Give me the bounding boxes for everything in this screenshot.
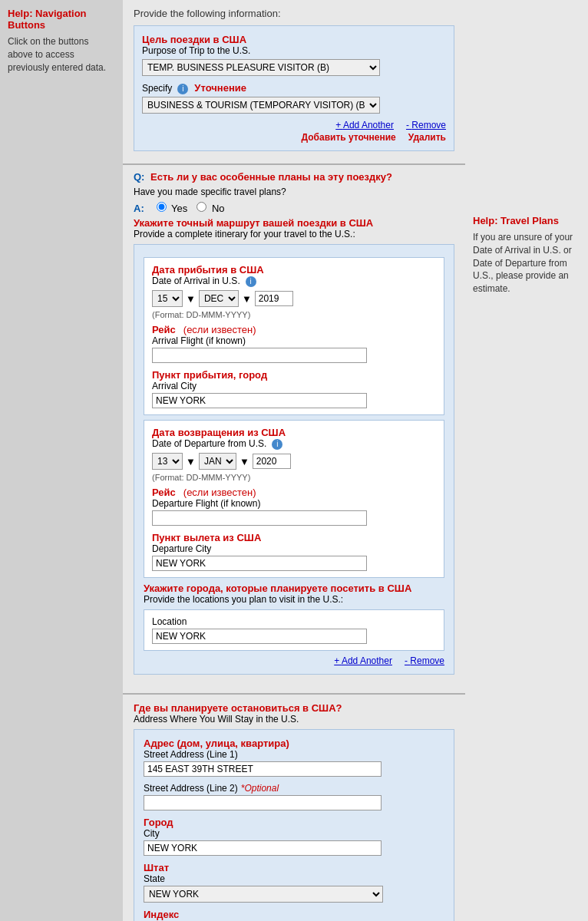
departure-label-ru: Дата возвращения из США <box>152 427 286 438</box>
departure-date-format: (Format: DD-MMM-YYYY) <box>152 473 436 482</box>
left-sidebar-title: Help: Navigation Buttons <box>8 8 115 31</box>
specify-select[interactable]: BUSINESS & TOURISM (TEMPORARY VISITOR) (… <box>142 97 380 114</box>
departure-city-label-en: Departure City <box>152 543 436 554</box>
locations-label-en: Provide the locations you plan to visit … <box>144 594 444 605</box>
arrival-day-select[interactable]: 15 <box>152 290 183 307</box>
specify-label-en: Specify <box>142 83 172 94</box>
a-label: A: <box>134 203 144 214</box>
street2-input[interactable] <box>144 795 382 810</box>
purpose-label-ru: Цель поездки в США <box>142 34 246 45</box>
departure-month-select[interactable]: JAN <box>199 453 236 470</box>
street1-label-ru: Адрес (дом, улица, квартира) <box>144 738 444 749</box>
street2-label-en: Street Address (Line 2) <box>144 783 238 794</box>
departure-flight-label-ru: Рейс <box>152 487 176 498</box>
specify-label-ru: Уточнение <box>194 82 246 94</box>
arrival-day-divider: ▼ <box>186 293 196 305</box>
arrival-city-label-ru: Пункт прибытия, город <box>152 369 436 381</box>
locations-remove-link[interactable]: Remove <box>405 655 444 666</box>
state-select[interactable]: NEW YORK <box>144 886 383 903</box>
arrival-flight-label-en: Arrival Flight (if known) <box>152 335 436 346</box>
arrival-info-icon[interactable]: i <box>246 276 256 287</box>
arrival-month-select[interactable]: DEC <box>199 290 239 307</box>
purpose-select[interactable]: TEMP. BUSINESS PLEASURE VISITOR (B) <box>142 59 380 76</box>
arrival-flight-suffix-ru: (если известен) <box>183 324 256 335</box>
no-radio[interactable] <box>197 202 206 212</box>
street2-optional: *Optional <box>241 783 279 794</box>
departure-month-divider: ▼ <box>239 456 249 467</box>
arrival-month-divider: ▼ <box>242 293 252 305</box>
departure-day-divider: ▼ <box>186 456 196 467</box>
location-label: Location <box>152 616 436 627</box>
specify-info-icon[interactable]: i <box>177 84 188 94</box>
remove-link[interactable]: Remove <box>406 120 446 130</box>
departure-flight-label-en: Departure Flight (if known) <box>152 498 436 509</box>
itinerary-label-en: Provide a complete itinerary for your tr… <box>134 229 454 239</box>
provide-info-text: Provide the following information: <box>134 8 454 19</box>
location-input[interactable] <box>152 629 367 644</box>
departure-day-select[interactable]: 13 <box>152 453 183 470</box>
no-label[interactable]: No <box>197 202 224 214</box>
q-label: Q: <box>134 171 144 183</box>
arrival-flight-input[interactable] <box>152 348 367 363</box>
departure-city-input[interactable] <box>152 556 367 571</box>
arrival-label-ru: Дата прибытия в США <box>152 264 264 276</box>
departure-year-input[interactable] <box>253 454 291 469</box>
right-sidebar-title: Help: Travel Plans <box>473 215 580 226</box>
q-text-en: Have you made specific travel plans? <box>134 187 286 197</box>
add-label-ru: Добавить уточнение <box>302 132 396 143</box>
arrival-year-input[interactable] <box>255 291 293 306</box>
left-sidebar-help-text: Click on the buttons above to access pre… <box>8 35 115 74</box>
address-header-en: Address Where You Will Stay in the U.S. <box>134 714 454 725</box>
arrival-label-en: Date of Arrival in U.S. <box>152 276 240 286</box>
departure-city-label-ru: Пункт вылета из США <box>152 532 436 543</box>
locations-label-ru: Укажите города, которые планируете посет… <box>144 583 444 594</box>
address-header-ru: Где вы планируете остановиться в США? <box>134 702 454 714</box>
state-label-ru: Штат <box>144 862 444 873</box>
city-label-en: City <box>144 828 444 839</box>
remove-label-ru: Удалить <box>408 132 446 143</box>
add-another-link[interactable]: Add Another <box>335 120 394 130</box>
yes-radio[interactable] <box>157 202 167 212</box>
departure-info-icon[interactable]: i <box>272 439 282 450</box>
purpose-label-en: Purpose of Trip to the U.S. <box>142 45 446 56</box>
right-sidebar-help-text: If you are unsure of your Date of Arriva… <box>473 231 580 295</box>
yes-label[interactable]: Yes <box>157 202 188 214</box>
state-label-en: State <box>144 873 444 884</box>
arrival-date-format: (Format: DD-MMM-YYYY) <box>152 310 436 319</box>
arrival-city-input[interactable] <box>152 393 367 408</box>
itinerary-label-ru: Укажите точный маршрут вашей поездки в С… <box>134 217 454 229</box>
departure-label-en: Date of Departure from U.S. <box>152 438 266 449</box>
arrival-city-label-en: Arrival City <box>152 381 436 391</box>
q-text-ru: Есть ли у вас особенные планы на эту пое… <box>150 171 392 183</box>
street1-label-en: Street Address (Line 1) <box>144 749 444 760</box>
departure-flight-suffix-ru: (если известен) <box>183 487 256 498</box>
zip-label-ru: Индекс <box>144 909 444 920</box>
arrival-flight-label-ru: Рейс <box>152 324 176 335</box>
street1-input[interactable] <box>144 761 382 777</box>
city-label-ru: Город <box>144 817 444 828</box>
departure-flight-input[interactable] <box>152 510 367 526</box>
city-input[interactable] <box>144 840 382 856</box>
locations-add-another-link[interactable]: Add Another <box>334 655 392 666</box>
